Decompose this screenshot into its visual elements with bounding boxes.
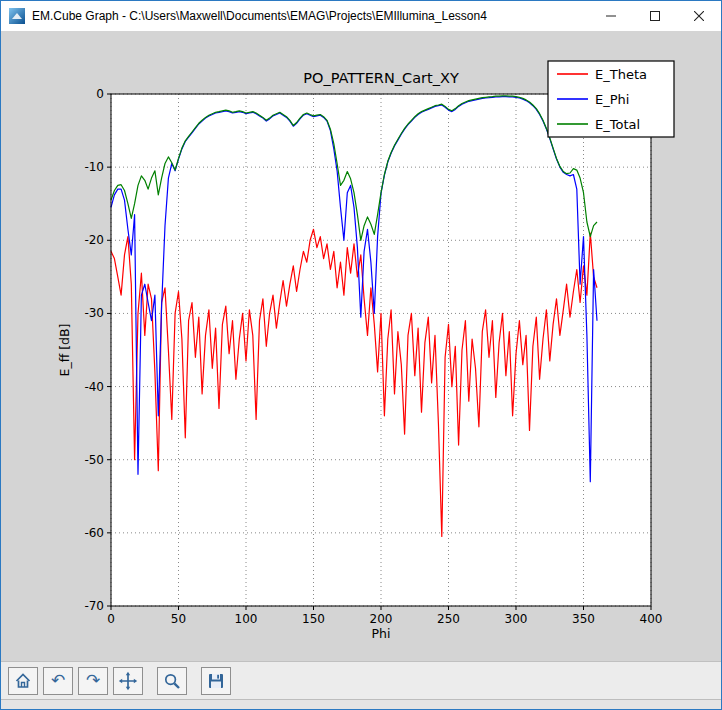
svg-text:50: 50 — [171, 612, 186, 626]
save-button[interactable] — [201, 667, 231, 695]
svg-text:250: 250 — [437, 612, 460, 626]
svg-text:0: 0 — [96, 87, 104, 101]
save-floppy-icon — [206, 671, 226, 691]
svg-text:300: 300 — [505, 612, 528, 626]
app-icon — [9, 8, 25, 24]
svg-text:0: 0 — [107, 612, 115, 626]
zoom-magnifier-icon — [162, 671, 182, 691]
caption-buttons — [589, 1, 721, 31]
chart-canvas[interactable]: 0501001502002503003504000-10-20-30-40-50… — [1, 31, 722, 661]
close-button[interactable] — [677, 1, 721, 31]
chart-title: PO_PATTERN_Cart_XY — [303, 70, 459, 86]
x-tick-labels: 050100150200250300350400 — [107, 612, 662, 626]
home-icon — [13, 671, 33, 691]
maximize-button[interactable] — [633, 1, 677, 31]
svg-text:-50: -50 — [84, 453, 104, 467]
legend-label-e-phi: E_Phi — [595, 92, 629, 107]
svg-text:-70: -70 — [84, 599, 104, 613]
x-axis-label: Phi — [372, 626, 391, 641]
y-axis-label: E_ff [dB] — [57, 324, 72, 377]
legend-label-e-theta: E_Theta — [595, 67, 647, 82]
svg-text:400: 400 — [640, 612, 663, 626]
home-button[interactable] — [8, 667, 38, 695]
back-button[interactable]: ↶ — [43, 667, 73, 695]
figure-area: 0501001502002503003504000-10-20-30-40-50… — [1, 31, 721, 661]
svg-text:-20: -20 — [84, 233, 104, 247]
window-title: EM.Cube Graph - C:\Users\Maxwell\Documen… — [32, 9, 589, 23]
svg-text:150: 150 — [302, 612, 325, 626]
app-window: EM.Cube Graph - C:\Users\Maxwell\Documen… — [0, 0, 722, 710]
svg-text:-30: -30 — [84, 306, 104, 320]
svg-text:350: 350 — [572, 612, 595, 626]
zoom-button[interactable] — [157, 667, 187, 695]
svg-text:-10: -10 — [84, 160, 104, 174]
back-arrow-icon: ↶ — [51, 672, 65, 689]
legend: E_ThetaE_PhiE_Total — [548, 61, 674, 137]
forward-button[interactable]: ↷ — [78, 667, 108, 695]
svg-text:100: 100 — [235, 612, 258, 626]
status-bar — [1, 699, 721, 709]
svg-text:-40: -40 — [84, 380, 104, 394]
svg-text:200: 200 — [370, 612, 393, 626]
forward-arrow-icon: ↷ — [86, 672, 100, 689]
minimize-button[interactable] — [589, 1, 633, 31]
svg-text:-60: -60 — [84, 526, 104, 540]
pan-move-icon — [118, 671, 138, 691]
legend-label-e-total: E_Total — [595, 117, 640, 132]
title-bar: EM.Cube Graph - C:\Users\Maxwell\Documen… — [1, 1, 721, 31]
pan-button[interactable] — [113, 667, 143, 695]
plot-toolbar: ↶ ↷ — [1, 661, 721, 699]
y-tick-labels: 0-10-20-30-40-50-60-70 — [84, 87, 104, 613]
